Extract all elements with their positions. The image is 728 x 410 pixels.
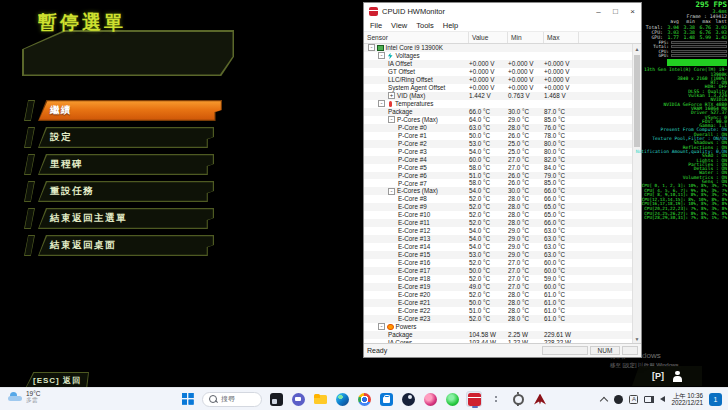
column-header-min[interactable]: Min [508, 32, 544, 43]
sensor-row[interactable]: E-Core #1454.0 °C29.0 °C63.0 °C [364, 243, 632, 251]
sensor-min: +0.000 V [508, 84, 533, 92]
sensor-value: 103.44 W [469, 339, 496, 343]
notification-badge[interactable]: 1 [709, 393, 722, 406]
photo-mode-button[interactable]: [P] [632, 366, 702, 386]
sensor-row[interactable]: P-Core #460.0 °C27.0 °C82.0 °C [364, 156, 632, 164]
sensor-row[interactable]: -P-Cores (Max)64.0 °C29.0 °C85.0 °C [364, 116, 632, 124]
search-box[interactable]: 搜尋 [202, 392, 262, 407]
tray-status-dot-icon[interactable] [614, 395, 623, 404]
expand-icon[interactable]: + [388, 92, 395, 99]
chat-icon[interactable] [290, 391, 306, 407]
sensor-row[interactable]: E-Core #1254.0 °C29.0 °C63.0 °C [364, 227, 632, 235]
sensor-row[interactable]: E-Core #1750.0 °C27.0 °C60.0 °C [364, 267, 632, 275]
sensor-row[interactable]: P-Core #253.0 °C25.0 °C80.0 °C [364, 140, 632, 148]
chrome-icon[interactable] [356, 391, 372, 407]
menu-help[interactable]: Help [443, 21, 458, 30]
sensor-row[interactable]: +VID (Max)1.442 V0.763 V1.468 V [364, 92, 632, 100]
camera-app-icon[interactable] [444, 391, 460, 407]
collapse-icon[interactable]: - [368, 44, 375, 51]
store-icon[interactable] [378, 391, 394, 407]
weather-widget[interactable]: 19°C 多雲 [8, 390, 41, 403]
column-header-sensor[interactable]: Sensor [364, 32, 469, 43]
sensor-label: E-Core #18 [398, 275, 430, 283]
sensor-row[interactable]: LLC/Ring Offset+0.000 V+0.000 V+0.000 V [364, 76, 632, 84]
collapse-icon[interactable]: - [378, 100, 385, 107]
sensor-row[interactable]: Package104.58 W2.25 W229.61 W [364, 331, 632, 339]
sensor-value: 58.0 °C [469, 164, 490, 172]
menu-item-6[interactable]: 結束返回桌面 [24, 235, 214, 256]
sensor-min: 26.0 °C [508, 132, 529, 140]
sensor-row[interactable]: System Agent Offset+0.000 V+0.000 V+0.00… [364, 84, 632, 92]
chevron-up-icon[interactable] [601, 396, 608, 403]
sensor-row[interactable]: P-Core #150.0 °C26.0 °C78.0 °C [364, 132, 632, 140]
overflow-dots-icon[interactable] [488, 391, 504, 407]
sensor-row[interactable]: -Powers [364, 323, 632, 331]
clock[interactable]: 上午 10:36 2022/12/21 [671, 392, 703, 406]
menu-view[interactable]: View [391, 21, 407, 30]
scroll-down-arrow[interactable]: ▼ [633, 334, 641, 343]
sensor-row[interactable]: E-Core #2052.0 °C28.0 °C61.0 °C [364, 291, 632, 299]
sensor-row[interactable]: -Temperatures [364, 100, 632, 108]
sensor-value: 104.58 W [469, 331, 496, 339]
sensor-row[interactable]: E-Core #1052.0 °C28.0 °C65.0 °C [364, 211, 632, 219]
sensor-row[interactable]: GT Offset+0.000 V+0.000 V+0.000 V [364, 68, 632, 76]
edge-icon[interactable] [334, 391, 350, 407]
collapse-icon[interactable]: - [378, 323, 385, 330]
sensor-row[interactable]: E-Core #952.0 °C28.0 °C65.0 °C [364, 203, 632, 211]
sensor-min: 30.0 °C [508, 108, 529, 116]
menu-file[interactable]: File [370, 21, 382, 30]
hwmonitor-titlebar[interactable]: CPUID HWMonitor – □ × [364, 3, 641, 19]
sensor-min: 28.0 °C [508, 211, 529, 219]
sensor-row[interactable]: -Voltages [364, 52, 632, 60]
sensor-row[interactable]: E-Core #852.0 °C28.0 °C66.0 °C [364, 195, 632, 203]
sensor-row[interactable]: IA Offset+0.000 V+0.000 V+0.000 V [364, 60, 632, 68]
collapse-icon[interactable]: - [378, 52, 385, 59]
steam-icon[interactable] [400, 391, 416, 407]
maximize-button[interactable]: □ [607, 4, 624, 18]
column-header-value[interactable]: Value [469, 32, 508, 43]
sensor-row[interactable]: Package66.0 °C30.0 °C87.0 °C [364, 108, 632, 116]
menu-item-5[interactable]: 結束返回主選單 [24, 208, 214, 229]
ime-icon[interactable]: A [629, 395, 638, 404]
menu-tools[interactable]: Tools [416, 21, 434, 30]
sensor-max: 60.0 °C [544, 259, 565, 267]
volume-icon[interactable] [660, 396, 665, 402]
sensor-row[interactable]: P-Core #558.0 °C27.0 °C84.0 °C [364, 164, 632, 172]
sensor-row[interactable]: E-Core #1949.0 °C27.0 °C60.0 °C [364, 283, 632, 291]
sensor-row[interactable]: P-Core #651.0 °C26.0 °C79.0 °C [364, 172, 632, 180]
sensor-row[interactable]: IA Cores103.44 W1.22 W228.22 W [364, 339, 632, 343]
sensor-label: P-Core #5 [398, 164, 427, 172]
sensor-row[interactable]: E-Core #2352.0 °C28.0 °C61.0 °C [364, 315, 632, 323]
frametime-stats-table: avgminmaxlastTotal:3.043.386.763.03CPU:3… [631, 19, 727, 40]
menu-item-1[interactable]: 繼續 [24, 100, 214, 121]
pinned-app-icon[interactable] [422, 391, 438, 407]
menu-item-4[interactable]: 重設任務 [24, 181, 214, 202]
sensor-row[interactable]: E-Core #1553.0 °C29.0 °C63.0 °C [364, 251, 632, 259]
app-dark-icon[interactable] [268, 391, 284, 407]
sensor-row[interactable]: P-Core #758.0 °C26.0 °C85.0 °C [364, 179, 632, 187]
sensor-row[interactable]: E-Core #2251.0 °C28.0 °C61.0 °C [364, 307, 632, 315]
minimize-button[interactable]: – [590, 4, 607, 18]
sensor-row[interactable]: P-Core #354.0 °C25.0 °C80.0 °C [364, 148, 632, 156]
sensor-row[interactable]: -E-Cores (Max)54.0 °C30.0 °C66.0 °C [364, 187, 632, 195]
menu-item-2[interactable]: 設定 [24, 127, 214, 148]
sensor-max: 60.0 °C [544, 267, 565, 275]
sensor-row[interactable]: -Intel Core i9 13900K [364, 44, 632, 52]
sensor-row[interactable]: E-Core #1652.0 °C27.0 °C60.0 °C [364, 259, 632, 267]
sensor-row[interactable]: E-Core #1852.0 °C27.0 °C59.0 °C [364, 275, 632, 283]
collapse-icon[interactable]: - [388, 116, 395, 123]
settings-gear-icon[interactable] [510, 391, 526, 407]
column-header-max[interactable]: Max [544, 32, 579, 43]
hwmonitor-menubar: FileViewToolsHelp [364, 19, 641, 32]
start-button[interactable] [180, 391, 196, 407]
sensor-row[interactable]: E-Core #1152.0 °C28.0 °C66.0 °C [364, 219, 632, 227]
menu-item-3[interactable]: 里程碑 [24, 154, 214, 175]
sensor-min: 25.0 °C [508, 140, 529, 148]
collapse-icon[interactable]: - [388, 188, 395, 195]
sensor-row[interactable]: P-Core #063.0 °C28.0 °C76.0 °C [364, 124, 632, 132]
afterburner-icon[interactable] [532, 391, 548, 407]
sensor-row[interactable]: E-Core #1354.0 °C29.0 °C63.0 °C [364, 235, 632, 243]
file-explorer-icon[interactable] [312, 391, 328, 407]
hwmonitor-icon[interactable] [466, 391, 482, 407]
sensor-row[interactable]: E-Core #2150.0 °C28.0 °C61.0 °C [364, 299, 632, 307]
